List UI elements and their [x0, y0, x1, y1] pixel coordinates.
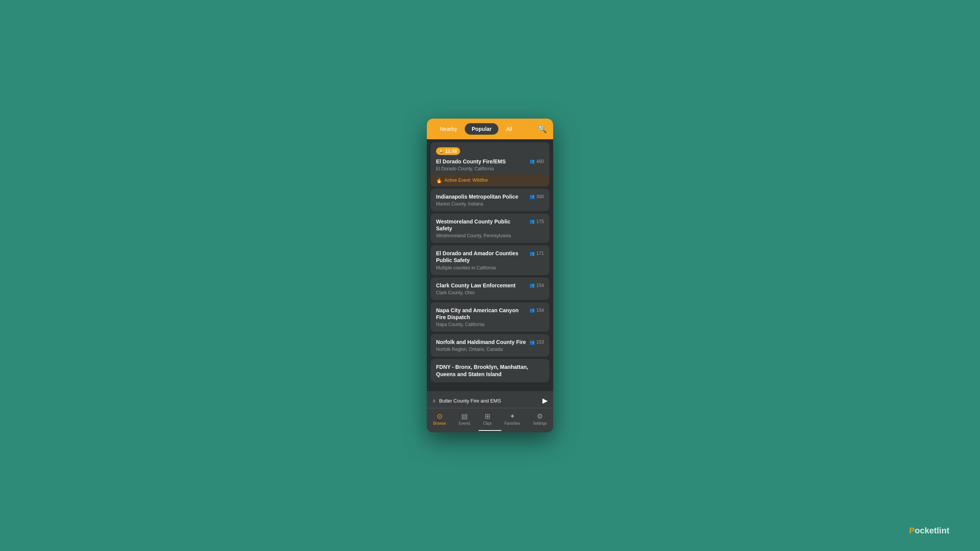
content-list: 🔔 11:38 El Dorado County Fire/EMS El Dor… — [427, 139, 553, 391]
count-value: 171 — [536, 251, 544, 256]
card-subtitle: Westmoreland County, Pennsylvania — [436, 233, 529, 238]
card-title: Indianapolis Metropolitan Police — [436, 193, 518, 200]
mini-player-left: ∧ Butler County Fire and EMS — [432, 398, 501, 404]
card-title: El Dorado and Amador Counties Public Saf… — [436, 250, 526, 264]
card-count: 👥 175 — [529, 219, 544, 224]
favorites-icon: ✦ — [510, 412, 515, 421]
nav-item-events[interactable]: ▤ Events — [456, 411, 474, 427]
nav-item-browse[interactable]: ⊙ Browse — [430, 411, 449, 427]
list-item[interactable]: Norfolk and Haldimand County Fire Norfol… — [431, 334, 549, 357]
count-value: 300 — [536, 194, 544, 199]
card-subtitle: Napa County, California — [436, 322, 529, 327]
events-icon: ▤ — [461, 412, 468, 421]
home-indicator — [479, 430, 501, 431]
card-row: Westmoreland County Public Safety Westmo… — [436, 218, 544, 238]
card-title: FDNY - Bronx, Brooklyn, Manhattan, Queen… — [436, 364, 541, 377]
card-row: Napa City and American Canyon Fire Dispa… — [436, 307, 544, 327]
mini-player-title: Butler County Fire and EMS — [439, 398, 501, 404]
nav-bar: ⊙ Browse ▤ Events ⊞ Clips ✦ Favorites ⚙ … — [427, 408, 553, 429]
play-button[interactable]: ▶ — [542, 396, 548, 405]
nav-label-clips: Clips — [483, 421, 492, 425]
card-row: Indianapolis Metropolitan Police Marion … — [436, 193, 544, 207]
people-icon: 👥 — [529, 194, 535, 199]
list-item[interactable]: Napa City and American Canyon Fire Dispa… — [431, 302, 549, 332]
chevron-up-icon: ∧ — [432, 398, 436, 404]
card-subtitle: Multiple counties in California — [436, 265, 529, 271]
count-value: 460 — [536, 159, 544, 164]
people-icon: 👥 — [529, 159, 535, 164]
card-title: Napa City and American Canyon Fire Dispa… — [436, 307, 526, 321]
card-count: 👥 171 — [529, 251, 544, 256]
list-item[interactable]: Clark County Law Enforcement Clark Count… — [431, 277, 549, 300]
people-icon: 👥 — [529, 340, 535, 345]
tab-all[interactable]: All — [499, 123, 519, 135]
card-subtitle: Norfolk Region, Ontario, Canada — [436, 347, 529, 352]
list-item[interactable]: Indianapolis Metropolitan Police Marion … — [431, 189, 549, 211]
search-icon: 🔍 — [537, 125, 547, 133]
count-value: 153 — [536, 339, 544, 345]
nav-item-settings[interactable]: ⚙ Settings — [530, 411, 550, 427]
card-subtitle: Clark County, Ohio — [436, 290, 519, 295]
fire-icon: 🔥 — [436, 178, 442, 183]
card-subtitle: El Dorado County, California — [436, 166, 509, 171]
tab-nearby[interactable]: Nearby — [433, 123, 464, 135]
card-count: 👥 460 — [529, 159, 544, 164]
card-subtitle: Marion County, Indiana — [436, 201, 521, 207]
app-container: Nearby Popular All 🔍 🔔 11:38 El Dorado C… — [427, 119, 553, 432]
event-label: Active Event: Wildfire — [444, 178, 488, 183]
count-value: 154 — [536, 283, 544, 288]
card-row: El Dorado and Amador Counties Public Saf… — [436, 250, 544, 270]
nav-item-favorites[interactable]: ✦ Favorites — [501, 411, 523, 427]
count-value: 175 — [536, 219, 544, 224]
nav-label-events: Events — [459, 421, 470, 425]
settings-icon: ⚙ — [537, 412, 543, 421]
bottom-bar: ∧ Butler County Fire and EMS ▶ ⊙ Browse … — [427, 391, 553, 432]
nav-label-favorites: Favorites — [505, 421, 520, 425]
nav-item-clips[interactable]: ⊞ Clips — [480, 411, 495, 427]
nav-label-browse: Browse — [433, 421, 446, 425]
card-title: Westmoreland County Public Safety — [436, 218, 526, 232]
people-icon: 👥 — [529, 308, 535, 313]
list-item[interactable]: FDNY - Bronx, Brooklyn, Manhattan, Queen… — [431, 359, 549, 382]
card-row: FDNY - Bronx, Brooklyn, Manhattan, Queen… — [436, 364, 544, 377]
people-icon: 👥 — [529, 251, 535, 256]
list-item[interactable]: 🔔 11:38 El Dorado County Fire/EMS El Dor… — [431, 142, 549, 186]
tab-popular[interactable]: Popular — [465, 123, 498, 135]
browse-icon: ⊙ — [437, 412, 443, 421]
nav-label-settings: Settings — [533, 421, 547, 425]
time-badge: 🔔 11:38 — [436, 147, 460, 155]
active-event-banner: 🔥 Active Event: Wildfire — [431, 174, 549, 186]
card-title: Clark County Law Enforcement — [436, 282, 516, 289]
card-top: 🔔 11:38 El Dorado County Fire/EMS El Dor… — [431, 142, 549, 174]
count-value: 154 — [536, 308, 544, 313]
card-count: 👥 153 — [529, 339, 544, 345]
pocketlint-watermark: Pocketlint — [909, 526, 949, 536]
list-item[interactable]: El Dorado and Amador Counties Public Saf… — [431, 245, 549, 275]
card-row: El Dorado County Fire/EMS El Dorado Coun… — [436, 158, 544, 171]
tab-group: Nearby Popular All — [433, 123, 519, 135]
people-icon: 👥 — [529, 283, 535, 288]
mini-player[interactable]: ∧ Butler County Fire and EMS ▶ — [427, 394, 553, 408]
header: Nearby Popular All 🔍 — [427, 119, 553, 139]
card-row: Clark County Law Enforcement Clark Count… — [436, 282, 544, 295]
list-item[interactable]: Westmoreland County Public Safety Westmo… — [431, 214, 549, 243]
card-count: 👥 300 — [529, 194, 544, 199]
bell-icon: 🔔 — [439, 149, 444, 153]
search-button[interactable]: 🔍 — [537, 124, 547, 134]
card-title: Norfolk and Haldimand County Fire — [436, 339, 526, 346]
card-row: Norfolk and Haldimand County Fire Norfol… — [436, 339, 544, 352]
card-count: 👥 154 — [529, 283, 544, 288]
time-value: 11:38 — [445, 148, 457, 154]
clips-icon: ⊞ — [485, 412, 490, 421]
card-title: El Dorado County Fire/EMS — [436, 158, 506, 165]
people-icon: 👥 — [529, 219, 535, 224]
card-count: 👥 154 — [529, 308, 544, 313]
